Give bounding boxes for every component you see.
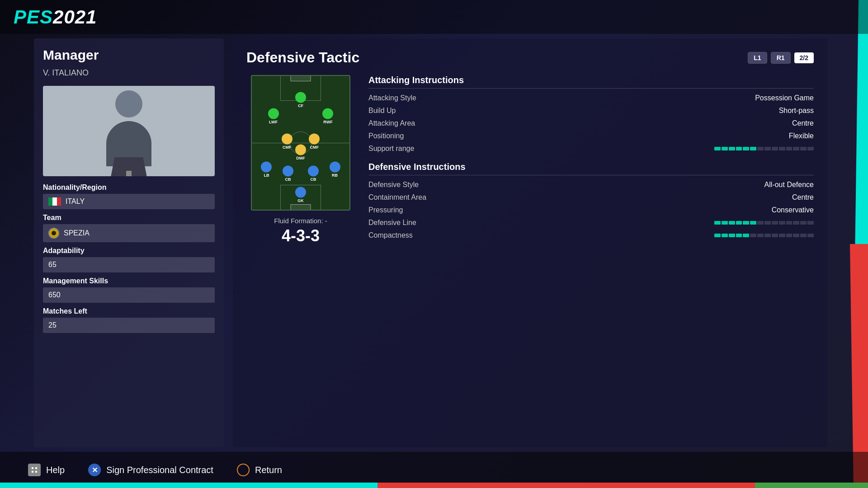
tactic-header: Defensive Tactic L1 R1 2/2 [246, 49, 814, 66]
player-position: CB [308, 166, 319, 182]
team-value: SPEZIA [43, 224, 215, 242]
player-position: RWF [322, 108, 333, 124]
stat-label: Attacking Style [368, 94, 732, 102]
team-label: Team [43, 214, 215, 222]
stat-row: Compactness [368, 231, 814, 239]
stat-label: Defensive Line [368, 219, 714, 227]
management-skills-label: Management Skills [43, 277, 215, 285]
return-label: Return [255, 465, 282, 475]
page-indicator: 2/2 [794, 52, 814, 63]
attacking-stats: Attacking StylePossession GameBuild UpSh… [368, 94, 814, 153]
tactic-title: Defensive Tactic [246, 49, 359, 66]
defensive-stats: Defensive StyleAll-out DefenceContainmen… [368, 181, 814, 239]
manager-silhouette [102, 90, 156, 172]
bottom-strips [0, 483, 868, 488]
player-position: CMF [309, 134, 320, 150]
svg-rect-0 [32, 467, 33, 469]
stat-row: Defensive Line [368, 219, 814, 227]
player-position: DMF [295, 144, 306, 160]
svg-rect-2 [32, 471, 33, 473]
fluid-formation-label: Fluid Formation: - [246, 217, 355, 225]
silhouette-tie [126, 171, 132, 176]
stat-value: Centre [732, 119, 814, 127]
manager-avatar [43, 86, 215, 176]
stats-area: Attacking Instructions Attacking StylePo… [368, 75, 814, 245]
player-position: CF [295, 92, 306, 108]
stat-value: Short-pass [732, 107, 814, 115]
cyan-strip [0, 483, 377, 488]
help-label: Help [46, 465, 65, 475]
stat-value: Centre [732, 193, 814, 202]
stat-row: Containment AreaCentre [368, 193, 814, 202]
bottom-goal [291, 204, 311, 210]
italy-flag [48, 197, 61, 206]
main-content: Manager V. ITALIANO Nationality/Region I… [34, 38, 827, 447]
green-strip [755, 483, 868, 488]
sign-contract-button[interactable]: ✕ Sign Professional Contract [87, 463, 213, 477]
red-strip [377, 483, 755, 488]
management-skills-value: 650 [43, 287, 215, 303]
nationality-value: ITALY [43, 194, 215, 209]
stat-label: Compactness [368, 231, 714, 239]
manager-title: Manager [43, 47, 215, 63]
adaptability-label: Adaptability [43, 247, 215, 255]
tactic-panel: Defensive Tactic L1 R1 2/2 CFLWFRWFCMFCM… [233, 38, 827, 447]
nationality-label: Nationality/Region [43, 183, 215, 192]
player-position: CB [283, 166, 293, 182]
pitch-area: CFLWFRWFCMFCMFDMFLBCBCBRBGK Fluid Format… [246, 75, 355, 245]
stat-row: Build UpShort-pass [368, 107, 814, 115]
svg-rect-1 [35, 467, 37, 469]
matches-left-label: Matches Left [43, 307, 215, 315]
defensive-instructions-header: Defensive Instructions [368, 162, 814, 175]
sign-contract-label: Sign Professional Contract [106, 465, 213, 475]
player-position: GK [295, 187, 306, 203]
team-badge [48, 228, 59, 239]
stat-row: Attacking StylePossession Game [368, 94, 814, 102]
formation-pitch: CFLWFRWFCMFCMFDMFLBCBCBRBGK [251, 75, 350, 211]
help-button[interactable]: Help [27, 463, 65, 477]
stat-row: Attacking AreaCentre [368, 119, 814, 127]
stat-row: Support range [368, 145, 814, 153]
stat-value: Flexible [732, 132, 814, 140]
stat-bar-segmented [714, 221, 814, 225]
svg-rect-3 [35, 471, 37, 473]
stat-label: Support range [368, 145, 714, 153]
manager-name: V. ITALIANO [43, 68, 215, 81]
matches-left-value: 25 [43, 318, 215, 333]
stat-row: PressuringConservative [368, 206, 814, 214]
stat-value: Possession Game [732, 94, 814, 102]
stat-label: Containment Area [368, 193, 732, 202]
app-logo: PES2021 [14, 6, 97, 28]
circle-button-icon [236, 463, 250, 477]
stat-label: Defensive Style [368, 181, 732, 189]
stat-row: Defensive StyleAll-out Defence [368, 181, 814, 189]
stat-value: Conservative [732, 206, 814, 214]
right-decoration [832, 0, 868, 488]
page-nav: L1 R1 2/2 [748, 52, 814, 64]
help-icon [27, 463, 42, 477]
attacking-instructions-header: Attacking Instructions [368, 75, 814, 89]
stat-label: Build Up [368, 107, 732, 115]
manager-panel: Manager V. ITALIANO Nationality/Region I… [34, 38, 224, 447]
stat-row: PositioningFlexible [368, 132, 814, 140]
stat-label: Attacking Area [368, 119, 732, 127]
stat-bar-segmented [714, 147, 814, 150]
r1-button[interactable]: R1 [771, 52, 791, 64]
stat-value: All-out Defence [732, 181, 814, 189]
stat-label: Positioning [368, 132, 732, 140]
tactic-body: CFLWFRWFCMFCMFDMFLBCBCBRBGK Fluid Format… [246, 75, 814, 245]
l1-button[interactable]: L1 [748, 52, 767, 64]
player-position: RB [330, 162, 340, 178]
formation-number: 4-3-3 [246, 226, 355, 245]
silhouette-head [115, 90, 142, 117]
x-button-icon: ✕ [87, 463, 102, 477]
adaptability-value: 65 [43, 257, 215, 272]
top-bar: PES2021 [0, 0, 868, 34]
player-position: CMF [282, 134, 292, 150]
player-position: LB [261, 162, 272, 178]
stat-label: Pressuring [368, 206, 732, 214]
return-button[interactable]: Return [236, 463, 282, 477]
player-position: LWF [268, 108, 279, 124]
stat-bar-segmented [714, 234, 814, 237]
